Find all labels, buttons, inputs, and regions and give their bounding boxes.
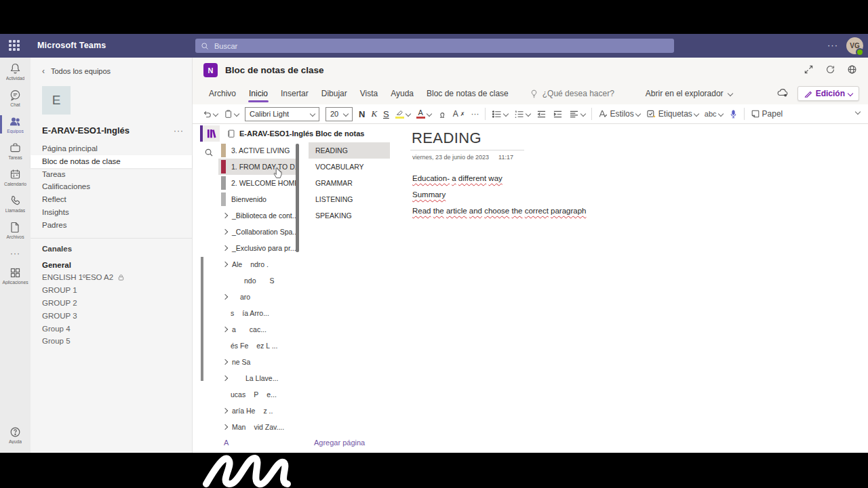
header-more-icon[interactable]: ···	[827, 40, 838, 50]
section-student-redacted[interactable]: a cac...	[218, 321, 296, 338]
section-student-redacted[interactable]: Ale ndro .	[218, 256, 296, 272]
format-painter-button[interactable]	[437, 109, 447, 119]
section-bienvenido[interactable]: Bienvenido	[218, 191, 296, 207]
menu-item-calificaciones[interactable]: Calificaciones	[31, 180, 192, 193]
tab-archivo[interactable]: Archivo	[208, 84, 237, 103]
menu-item-padres[interactable]: Padres	[31, 219, 192, 232]
tab-insertar[interactable]: Insertar	[279, 84, 310, 103]
section-student-redacted[interactable]: és Fe ez L ...	[218, 338, 296, 354]
channel-general[interactable]: General	[31, 259, 192, 272]
sidebar-item-archivos[interactable]: Archivos	[0, 218, 31, 243]
sidebar-item-ayuda[interactable]: Ayuda	[0, 422, 31, 447]
channel-group-2[interactable]: GROUP 2	[31, 297, 192, 310]
section-group-exclusivo[interactable]: _Exclusivo para pr...	[218, 240, 296, 256]
font-color-button[interactable]: A	[416, 109, 431, 119]
italic-button[interactable]: K	[371, 108, 377, 119]
align-button[interactable]	[569, 110, 585, 119]
sidebar-item-equipos[interactable]: Equipos	[0, 112, 31, 137]
channel-group-3[interactable]: GROUP 3	[31, 310, 192, 323]
menu-item-pagina-principal[interactable]: Página principal	[31, 142, 192, 155]
back-to-all-teams[interactable]: ‹ Todos los equipos	[31, 58, 192, 76]
sidebar-item-chat[interactable]: Chat	[0, 85, 31, 110]
toolbar-more-button[interactable]: ···	[471, 109, 479, 119]
outdent-button[interactable]	[536, 110, 547, 119]
rail-more-icon[interactable]: ···	[0, 245, 31, 262]
expand-icon[interactable]	[804, 64, 814, 75]
channel-group-1[interactable]: GROUP 1	[31, 284, 192, 297]
section-student-redacted[interactable]: Man vid Zav....	[218, 419, 296, 435]
styles-button[interactable]: Estilos	[598, 109, 639, 119]
tab-bloc-de-notas[interactable]: Bloc de notas de clase	[425, 84, 510, 103]
section-group-collaboration[interactable]: _Collaboration Spa...	[218, 224, 296, 240]
tab-inicio[interactable]: Inicio	[248, 84, 269, 103]
team-more-icon[interactable]: ···	[174, 126, 184, 136]
channel-group-4[interactable]: Group 4	[31, 323, 192, 336]
search-box[interactable]	[195, 39, 674, 53]
page-grammar[interactable]: GRAMMAR	[309, 175, 390, 191]
sync-status-icon[interactable]	[776, 87, 789, 100]
section-active-living[interactable]: 3. ACTIVE LIVING	[218, 142, 296, 159]
menu-item-reflect[interactable]: Reflect	[31, 193, 192, 206]
undo-button[interactable]	[202, 109, 218, 119]
sidebar-item-aplicaciones[interactable]: Aplicaciones	[0, 263, 31, 288]
section-student-redacted[interactable]: ne Sa	[218, 354, 296, 370]
paper-button[interactable]: Papel	[751, 109, 783, 119]
channel-group-5[interactable]: Group 5	[31, 335, 192, 348]
page-listening[interactable]: LISTENING	[309, 191, 390, 207]
note-title[interactable]: READING	[412, 129, 481, 147]
sidebar-item-tareas-rail[interactable]: Tareas	[0, 138, 31, 163]
notebooks-nav-button[interactable]	[203, 125, 220, 142]
tab-ayuda[interactable]: Ayuda	[389, 84, 415, 103]
page-speaking[interactable]: SPEAKING	[309, 207, 390, 224]
section-student-redacted[interactable]: ndo S	[218, 272, 296, 289]
page-reading[interactable]: READING	[309, 142, 390, 159]
spellcheck-button[interactable]: abc	[705, 110, 723, 118]
bold-button[interactable]: N	[359, 109, 365, 119]
add-section-link[interactable]: A	[224, 439, 229, 447]
paste-button[interactable]	[224, 109, 239, 119]
tab-vista[interactable]: Vista	[359, 84, 379, 103]
indent-button[interactable]	[553, 110, 563, 119]
section-student-redacted[interactable]: aría He z ..	[218, 403, 296, 419]
globe-icon[interactable]	[847, 64, 857, 75]
section-student-redacted[interactable]: aro	[218, 289, 296, 305]
app-launcher-waffle-icon[interactable]	[9, 40, 20, 51]
clear-formatting-button[interactable]: A✗	[453, 109, 465, 119]
sidebar-item-actividad[interactable]: Actividad	[0, 59, 31, 84]
menu-item-tareas[interactable]: Tareas	[31, 168, 192, 181]
channel-english-1eso[interactable]: ENGLISH 1ºESO A2	[31, 271, 192, 284]
highlighter-button[interactable]	[395, 109, 410, 119]
sidebar-item-llamadas[interactable]: Llamadas	[0, 191, 31, 216]
note-body[interactable]: Education- a different way Summary Read …	[412, 170, 586, 219]
page-vocabulary[interactable]: VOCABULARY	[309, 159, 390, 175]
team-avatar[interactable]: E	[42, 86, 71, 115]
sidebar-item-calendario[interactable]: Calendario	[0, 165, 31, 190]
tab-dibujar[interactable]: Dibujar	[320, 84, 349, 103]
open-in-browser-button[interactable]: Abrir en el explorador	[646, 89, 732, 98]
collapse-ribbon-chevron-icon[interactable]	[855, 109, 861, 115]
section-student-redacted[interactable]: s ía Arro...	[218, 305, 296, 321]
menu-item-insights[interactable]: Insights	[31, 206, 192, 219]
tags-button[interactable]: Etiquetas	[646, 109, 698, 119]
bullet-list-button[interactable]	[492, 110, 508, 119]
section-student-redacted[interactable]: ucas P e...	[218, 386, 296, 403]
menu-item-bloc-de-notas[interactable]: Bloc de notas de clase	[31, 155, 192, 168]
panel-scrollbar[interactable]	[201, 257, 203, 381]
tell-me-prompt[interactable]: ¿Qué desea hacer?	[530, 89, 614, 98]
font-family-select[interactable]: Calibri Light	[245, 107, 319, 121]
numbered-list-button[interactable]	[514, 110, 530, 119]
notebook-title-row[interactable]: E-ARAV-ESO1-Inglés Bloc de notas	[226, 129, 364, 138]
add-page-link[interactable]: Agregar página	[314, 439, 365, 447]
dictate-button[interactable]	[729, 109, 738, 119]
refresh-icon[interactable]	[825, 64, 835, 75]
section-student-redacted[interactable]: La Llave...	[218, 370, 296, 386]
page-canvas[interactable]: READING viernes, 23 de junio de 202311:1…	[390, 124, 868, 453]
section-group-biblioteca[interactable]: _Biblioteca de cont...	[218, 207, 296, 224]
section-welcome-home[interactable]: 2. WELCOME HOME	[218, 175, 296, 191]
underline-button[interactable]: S	[383, 109, 389, 119]
notebook-search-button[interactable]	[200, 144, 217, 161]
font-size-select[interactable]: 20	[326, 107, 353, 121]
section-from-day-to-day[interactable]: 1. FROM DAY TO D...	[218, 159, 296, 175]
search-input[interactable]	[213, 41, 669, 51]
edit-mode-button[interactable]: Edición	[797, 86, 859, 101]
